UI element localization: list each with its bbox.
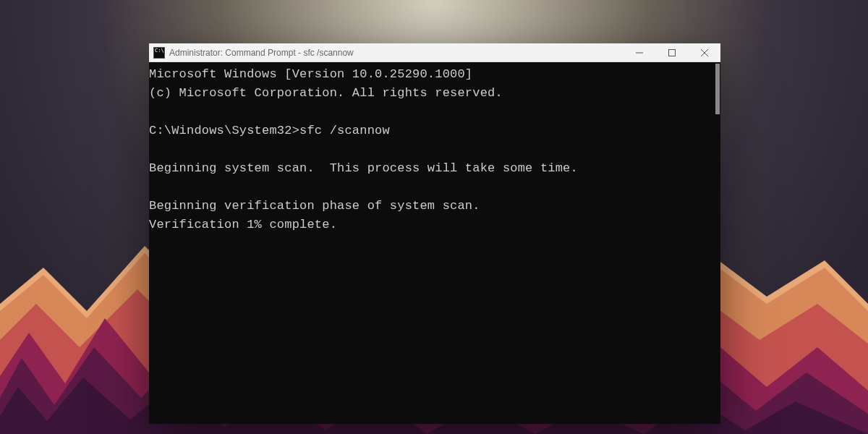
window-title: Administrator: Command Prompt - sfc /sca… [169, 48, 623, 58]
minimize-button[interactable] [623, 43, 655, 61]
svg-rect-1 [668, 49, 675, 56]
console-output: Microsoft Windows [Version 10.0.25290.10… [149, 65, 720, 234]
console-line: Verification 1% complete. [149, 218, 337, 231]
console-line: Beginning verification phase of system s… [149, 199, 480, 213]
console-line: C:\Windows\System32>sfc /scannow [149, 124, 390, 137]
close-button[interactable] [688, 43, 720, 61]
cmd-window: Administrator: Command Prompt - sfc /sca… [149, 43, 720, 424]
cmd-icon [153, 47, 165, 59]
maximize-icon [668, 49, 676, 56]
maximize-button[interactable] [655, 43, 688, 61]
console-line: Microsoft Windows [Version 10.0.25290.10… [149, 67, 472, 81]
minimize-icon [636, 49, 643, 56]
console-area[interactable]: Microsoft Windows [Version 10.0.25290.10… [149, 62, 720, 424]
console-line: Beginning system scan. This process will… [149, 161, 578, 175]
window-controls [623, 43, 720, 61]
console-line: (c) Microsoft Corporation. All rights re… [149, 86, 503, 100]
close-icon [701, 49, 708, 56]
scrollbar-thumb[interactable] [715, 64, 720, 114]
title-bar[interactable]: Administrator: Command Prompt - sfc /sca… [149, 43, 720, 62]
